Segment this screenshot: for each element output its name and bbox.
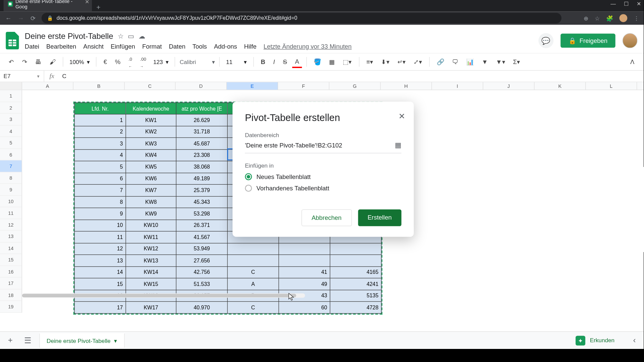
sheets-logo-icon[interactable] (4, 29, 21, 52)
account-avatar[interactable] (623, 33, 638, 48)
row-header-6[interactable]: 6 (0, 149, 22, 161)
row-header-18[interactable]: 18 (0, 289, 22, 301)
text-color-icon[interactable]: A (292, 56, 302, 68)
side-panel-toggle-icon[interactable]: ‹ (630, 334, 639, 347)
menu-edit[interactable]: Bearbeiten (46, 43, 76, 50)
table-row[interactable]: 15KW1551.533A494241 (74, 278, 381, 290)
col-header-E[interactable]: E (227, 82, 278, 89)
row-header-16[interactable]: 16 (0, 266, 22, 278)
forward-icon[interactable]: → (17, 14, 25, 21)
fill-color-icon[interactable]: 🪣 (311, 57, 324, 67)
name-box[interactable]: E7▼ (0, 71, 44, 82)
menu-format[interactable]: Format (142, 43, 162, 50)
col-header-D[interactable]: D (175, 82, 227, 89)
col-header-H[interactable]: H (381, 82, 432, 89)
select-range-icon[interactable]: ▦ (395, 141, 401, 149)
comment-icon[interactable]: 🗨 (449, 57, 461, 67)
font-size-select[interactable]: 11▾ (224, 59, 249, 65)
font-select[interactable]: Calibri▾ (180, 59, 215, 65)
wrap-icon[interactable]: ↵▾ (395, 57, 409, 67)
bookmark-star-icon[interactable]: ☆ (595, 15, 600, 21)
row-header-13[interactable]: 13 (0, 231, 22, 242)
col-header-F[interactable]: F (278, 82, 329, 89)
table-row[interactable]: 13KW1327.656 (74, 255, 381, 266)
col-header-K[interactable]: K (534, 82, 586, 89)
cancel-button[interactable]: Abbrechen (302, 209, 352, 226)
row-header-5[interactable]: 5 (0, 137, 22, 149)
chart-icon[interactable]: 📊 (464, 57, 476, 67)
browser-menu-icon[interactable]: ⋮ (634, 15, 639, 21)
row-header-1[interactable]: 1 (0, 90, 22, 102)
extensions-icon[interactable]: 🧩 (606, 15, 613, 21)
zoom-select[interactable]: 100%▾ (68, 59, 92, 65)
row-header-14[interactable]: 14 (0, 242, 22, 254)
paint-format-icon[interactable]: 🖌 (47, 57, 58, 67)
rotate-icon[interactable]: ⤢▾ (411, 57, 425, 67)
col-header-B[interactable]: B (73, 82, 125, 89)
row-header-19[interactable]: 19 (0, 301, 22, 313)
new-tab-button[interactable]: + (92, 4, 105, 12)
row-header-12[interactable]: 12 (0, 219, 22, 231)
radio-new-sheet[interactable]: Neues Tabellenblatt (245, 173, 401, 180)
row-header-9[interactable]: 9 (0, 184, 22, 195)
maximize-icon[interactable]: ☐ (624, 1, 629, 7)
decimal-decrease-icon[interactable]: .0← (126, 53, 135, 71)
col-header-J[interactable]: J (483, 82, 535, 89)
table-row[interactable]: 14KW1442.756C414165 (74, 266, 381, 278)
decimal-increase-icon[interactable]: .00→ (138, 53, 149, 71)
collapse-toolbar-icon[interactable]: ᐱ (628, 57, 638, 67)
filter-icon[interactable]: ▼ (479, 57, 490, 67)
minimize-icon[interactable]: — (610, 1, 616, 7)
col-header-I[interactable]: I (432, 82, 483, 89)
formula-value[interactable]: C (60, 73, 69, 79)
menu-file[interactable]: Datei (25, 43, 39, 50)
row-header-7[interactable]: 7 (0, 160, 22, 172)
menu-data[interactable]: Daten (169, 43, 185, 50)
reload-icon[interactable]: ⟳ (29, 14, 37, 21)
menu-addons[interactable]: Add-ons (214, 43, 237, 50)
filter-views-icon[interactable]: ▼▾ (493, 57, 507, 67)
print-icon[interactable]: 🖶 (33, 57, 44, 67)
h-align-icon[interactable]: ≡▾ (364, 57, 376, 67)
select-all-corner[interactable] (0, 82, 22, 89)
menu-insert[interactable]: Einfügen (111, 43, 135, 50)
table-header[interactable]: atz pro Woche [E (176, 103, 227, 114)
sheet-tab-active[interactable]: Deine erste Pivot-Tabelle ▾ (39, 333, 125, 348)
borders-icon[interactable]: ▦ (327, 57, 338, 67)
share-button[interactable]: 🔒 Freigeben (560, 34, 615, 48)
url-field[interactable]: 🔒 docs.google.com/spreadsheets/d/1nVxVrV… (42, 13, 561, 23)
table-row[interactable]: 12KW1253.949 (74, 243, 381, 255)
table-header[interactable]: Kalenderwoche (126, 103, 176, 114)
bold-icon[interactable]: B (258, 57, 268, 67)
all-sheets-icon[interactable]: ☰ (20, 334, 35, 347)
v-align-icon[interactable]: ⬇▾ (378, 57, 392, 67)
table-header[interactable]: Lfd. Nr. (74, 103, 126, 114)
col-header-G[interactable]: G (329, 82, 381, 89)
row-header-2[interactable]: 2 (0, 102, 22, 114)
move-icon[interactable]: ▭ (128, 32, 134, 40)
row-header-11[interactable]: 11 (0, 207, 22, 219)
number-format-select[interactable]: 123▾ (152, 59, 170, 65)
horizontal-scrollbar[interactable] (22, 293, 305, 298)
row-header-15[interactable]: 15 (0, 254, 22, 266)
row-header-8[interactable]: 8 (0, 172, 22, 184)
last-edit-link[interactable]: Letzte Änderung vor 33 Minuten (264, 43, 352, 50)
row-header-17[interactable]: 17 (0, 278, 22, 289)
row-header-3[interactable]: 3 (0, 114, 22, 125)
radio-existing-sheet[interactable]: Vorhandenes Tabellenblatt (245, 185, 401, 192)
col-header-A[interactable]: A (22, 82, 73, 89)
comments-icon[interactable]: 💬 (538, 33, 553, 48)
doc-title[interactable]: Deine erste Pivot-Tabelle (25, 32, 113, 41)
cloud-saved-icon[interactable]: ☁ (139, 32, 145, 40)
range-input[interactable]: 'Deine erste Pivot-Tabelle'!B2:G102 (245, 141, 342, 148)
star-icon[interactable]: ☆ (118, 32, 123, 40)
undo-icon[interactable]: ↶ (6, 57, 17, 67)
col-header-C[interactable]: C (125, 82, 176, 89)
functions-icon[interactable]: Σ▾ (511, 57, 523, 67)
redo-icon[interactable]: ↷ (19, 57, 30, 67)
zoom-text-icon[interactable]: ⊕ (584, 15, 588, 21)
row-header-4[interactable]: 4 (0, 125, 22, 137)
row-header-10[interactable]: 10 (0, 195, 22, 207)
percent-icon[interactable]: % (112, 57, 123, 67)
back-icon[interactable]: ← (4, 14, 12, 21)
